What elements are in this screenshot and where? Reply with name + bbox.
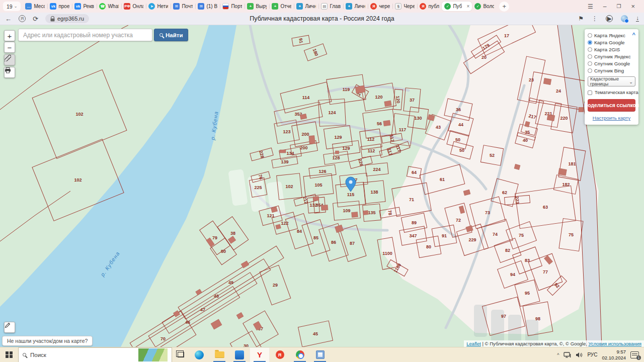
explorer-taskbar-button[interactable]	[209, 347, 229, 362]
browser-tab[interactable]: ➤Нетип	[146, 2, 171, 11]
parcel-number: 77	[543, 269, 548, 275]
parcel-number: 124	[328, 110, 336, 115]
chrome-taskbar-button[interactable]	[290, 347, 310, 362]
parcel-number: 102	[75, 112, 83, 117]
translate-icon[interactable]	[621, 15, 628, 22]
layer-option[interactable]: Спутник Google	[588, 61, 635, 66]
browser-tab[interactable]: +Выруч	[245, 2, 269, 11]
layer-option[interactable]: Карта Google	[588, 40, 635, 45]
downloads-icon[interactable]: ↓	[636, 16, 639, 22]
browser-tab[interactable]: vkпроек	[47, 2, 72, 11]
layer-option[interactable]: Карта Яндекс	[588, 33, 635, 38]
minimize-button[interactable]: –	[603, 3, 607, 10]
parcel-number: 182	[562, 182, 570, 187]
volume-icon[interactable]	[576, 352, 583, 358]
search-button[interactable]: Найти	[154, 29, 188, 41]
layer-option[interactable]: Карта 2GIS	[588, 47, 635, 52]
back-button[interactable]: ←	[5, 15, 12, 23]
radio[interactable]	[588, 61, 592, 66]
terms-link[interactable]: Условия использования	[589, 341, 641, 346]
tab-close-icon[interactable]: ×	[467, 4, 470, 9]
ruler-icon	[5, 55, 11, 61]
map-canvas[interactable]: 1021029118011435212411927812012037123200…	[0, 25, 644, 347]
taskbar-clock[interactable]: 9:57 02.10.2024	[602, 349, 626, 361]
edge-icon	[195, 350, 204, 359]
radio[interactable]	[588, 33, 592, 38]
radio-selected[interactable]	[588, 40, 592, 45]
browser-tab[interactable]: Ячереп	[368, 2, 392, 11]
browser-tab[interactable]: ☎Whats	[97, 2, 121, 11]
not-found-tooltip[interactable]: Не нашли участок/дом на карте?	[2, 336, 93, 346]
start-button[interactable]	[0, 347, 18, 362]
new-tab-button[interactable]: +	[499, 2, 509, 12]
map-viewport[interactable]: 1021029118011435212411927812012037123200…	[0, 25, 644, 347]
notifications-icon[interactable]: 1	[630, 351, 639, 358]
parcel-number: 102	[285, 184, 293, 189]
video-popup-icon[interactable]: ▶	[606, 15, 613, 22]
parcel-number: 97	[501, 314, 506, 319]
language-indicator[interactable]: РУС	[587, 352, 597, 357]
hidden-icons-chevron[interactable]: ^	[557, 352, 559, 357]
radio[interactable]	[588, 47, 592, 52]
browser-tab[interactable]: +Отчет	[269, 2, 294, 11]
search-highlight-image[interactable]	[138, 348, 168, 361]
measure-tool-button[interactable]	[4, 54, 15, 65]
browser-tab[interactable]: ▤Главн	[318, 2, 343, 11]
tab-counter[interactable]: 19 ⌄	[3, 2, 21, 11]
mail-app-taskbar-button[interactable]	[229, 347, 250, 362]
collapse-panel-icon[interactable]: ^	[632, 32, 635, 38]
leaflet-link[interactable]: Leaflet	[466, 341, 481, 346]
mail-app-icon	[235, 350, 244, 359]
radio[interactable]	[588, 54, 592, 59]
parcel-number: 87	[350, 241, 355, 246]
print-button[interactable]	[4, 67, 15, 78]
draw-button[interactable]	[4, 322, 15, 333]
browser-tab-strip: 19 ⌄ …МессеvkпроекvkРекви☎WhatsРФОнлай➤Н…	[0, 0, 644, 13]
radio[interactable]	[588, 68, 592, 73]
browser-tab[interactable]: РФОнлай	[121, 2, 146, 11]
browser-tab[interactable]: ✓Волог	[472, 2, 497, 11]
task-view-button[interactable]	[172, 347, 189, 362]
browser-tab[interactable]: Порта	[220, 2, 245, 11]
taskbar-search[interactable]: Поиск	[18, 347, 172, 362]
layer-option[interactable]: Спутник Яндекс	[588, 54, 635, 59]
zoom-out-button[interactable]: −	[4, 42, 15, 53]
browser-tab[interactable]: ✉(1) Вхо	[195, 2, 220, 11]
whatsapp-icon: ☎	[99, 3, 106, 10]
parcel-number: 114	[302, 95, 310, 100]
address-bar[interactable]: egrp365.ru	[45, 14, 89, 23]
yandex-app-taskbar-button[interactable]: Я	[270, 347, 290, 362]
parcel-number: 48	[214, 294, 219, 299]
bookmark-icon[interactable]: ⚑	[578, 15, 584, 22]
building	[547, 114, 555, 121]
browser-tab[interactable]: vkРекви	[72, 2, 97, 11]
edge-taskbar-button[interactable]	[189, 347, 209, 362]
restore-button[interactable]: ❐	[616, 4, 621, 9]
browser-tab-active[interactable]: ✓Пуб×	[442, 2, 472, 11]
search-input[interactable]	[18, 29, 152, 41]
browser-tab[interactable]: Япубли	[417, 2, 442, 11]
thematic-map-option[interactable]: Тематическая карта	[588, 90, 635, 95]
close-button[interactable]: ×	[631, 3, 635, 10]
browser-menu-icon[interactable]: ☰	[588, 3, 593, 10]
browser-tab[interactable]: ✦Личны	[343, 2, 368, 11]
browser-tab[interactable]: §Череп	[392, 2, 417, 11]
parcel-number: 49	[228, 280, 233, 285]
boundaries-select[interactable]: Кадастровые границы ⌄	[588, 76, 635, 86]
browser-tab[interactable]: ✦Личны	[294, 2, 318, 11]
tab-label: Пуб	[453, 4, 462, 9]
zoom-in-button[interactable]: +	[4, 30, 15, 41]
share-link-button[interactable]: Поделиться ссылкой	[588, 99, 635, 112]
configure-map-link[interactable]: Настроить карту	[588, 115, 635, 121]
browser-tab[interactable]: …Мессе	[23, 2, 47, 11]
network-icon[interactable]	[564, 352, 571, 358]
browser-tab[interactable]: ✉Почта	[171, 2, 195, 11]
yandex-home-icon[interactable]: Я	[19, 15, 26, 22]
check-icon: ✓	[444, 3, 451, 10]
refresh-button[interactable]: ⟳	[33, 15, 38, 23]
office-app-taskbar-button[interactable]	[310, 347, 330, 362]
more-options-icon[interactable]: ⋮	[592, 15, 598, 22]
yandex-browser-taskbar-button[interactable]: Y	[250, 347, 270, 362]
thematic-map-checkbox[interactable]	[588, 90, 592, 95]
layer-option[interactable]: Спутник Bing	[588, 68, 635, 73]
